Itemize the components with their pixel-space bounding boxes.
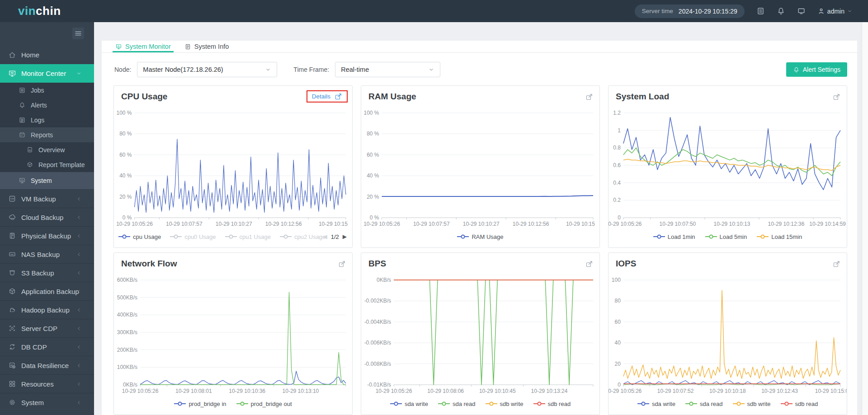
form-icon[interactable]: [756, 7, 765, 15]
svg-text:60 %: 60 %: [119, 152, 132, 158]
legend-prev-page-icon[interactable]: ◀: [323, 233, 327, 240]
expand-icon[interactable]: [585, 260, 593, 268]
legend-item-load-1min[interactable]: Load 1min: [653, 233, 695, 240]
sidebar-item-jobs[interactable]: Jobs: [0, 83, 94, 98]
svg-text:10-29 10:10:45: 10-29 10:10:45: [479, 388, 516, 394]
svg-text:100: 100: [612, 277, 621, 283]
sidebar-item-logs[interactable]: Logs: [0, 112, 94, 127]
sidebar-item-report-template[interactable]: Report Template: [0, 157, 94, 172]
legend-item-ram-usage[interactable]: RAM Usage: [457, 233, 503, 240]
sidebar-item-system[interactable]: System: [0, 172, 94, 189]
sidebar-item-s3-backup[interactable]: S3 Backup: [0, 263, 94, 282]
monitor-center-icon: [8, 70, 16, 78]
legend-label: sda write: [405, 401, 428, 407]
user-menu[interactable]: admin: [817, 7, 853, 15]
sidebar-item-overview[interactable]: Overview: [0, 142, 94, 157]
expand-icon[interactable]: [585, 93, 593, 101]
sidebar-item-physical-backup[interactable]: Physical Backup: [0, 226, 94, 245]
sidebar-item-data-resilience[interactable]: Data Resilience: [0, 356, 94, 374]
server-time: Server time 2024-10-29 10:15:29: [635, 5, 745, 18]
svg-text:100KB/s: 100KB/s: [117, 364, 137, 370]
legend-item-sda-read[interactable]: sda read: [438, 401, 476, 407]
sidebar-item-nas-backup[interactable]: NASNAS Backup: [0, 245, 94, 263]
tab-system-monitor[interactable]: System Monitor: [114, 41, 172, 52]
sidebar-collapse-button[interactable]: [72, 28, 84, 39]
display-icon[interactable]: [797, 7, 806, 15]
sidebar-item-vm-backup[interactable]: VMVM Backup: [0, 189, 94, 208]
legend-marker-icon: [457, 234, 469, 239]
sidebar-item-label: Logs: [31, 117, 44, 124]
legend-item-cpu1-usage[interactable]: cpu1 Usage: [225, 233, 271, 240]
svg-text:10-29 10:07:57: 10-29 10:07:57: [413, 221, 450, 227]
alert-settings-button[interactable]: Alert Settings: [786, 62, 847, 77]
sidebar-item-resources[interactable]: Resources: [0, 374, 94, 393]
legend-item-cpu0-usage[interactable]: cpu0 Usage: [170, 233, 216, 240]
chevron-left-icon: [76, 363, 82, 368]
template-icon: [26, 161, 34, 168]
chevron-left-icon: [76, 214, 82, 220]
legend-marker-icon: [653, 234, 665, 239]
chevron-left-icon: [76, 252, 82, 257]
legend-next-page-icon[interactable]: ▶: [343, 233, 347, 240]
svg-text:10-29 10:14:59: 10-29 10:14:59: [809, 221, 846, 227]
svg-text:0 %: 0 %: [370, 214, 379, 221]
chart-plot-netflow: 600KB/s500KB/s400KB/s300KB/s200KB/s100KB…: [114, 273, 352, 396]
svg-text:100 %: 100 %: [116, 110, 132, 116]
svg-text:10-29 10:15: 10-29 10:15: [566, 221, 595, 227]
sidebar-item-label: Alerts: [31, 102, 47, 109]
hadoop-backup-icon: [8, 306, 16, 314]
sidebar-item-hadoop-backup[interactable]: Hadoop Backup: [0, 300, 94, 319]
tabs-row: System Monitor System Info: [102, 41, 857, 53]
node-select[interactable]: Master Node(172.18.26.26): [137, 62, 277, 77]
legend-item-load-5min[interactable]: Load 5min: [705, 233, 747, 240]
sidebar-item-home[interactable]: Home: [0, 46, 94, 64]
legend-item-sda-read[interactable]: sda read: [685, 401, 723, 407]
server-time-value: 2024-10-29 10:15:29: [679, 8, 737, 15]
legend-marker-icon: [225, 234, 237, 239]
sidebar-item-cloud-backup[interactable]: Cloud Backup: [0, 208, 94, 226]
legend-item-cpu2-usage[interactable]: cpu2 Usage: [280, 233, 326, 240]
legend-item-sdb-write[interactable]: sdb write: [486, 401, 524, 407]
user-icon: [817, 7, 825, 15]
legend-label: RAM Usage: [472, 233, 503, 240]
sidebar-item-label: Physical Backup: [21, 232, 71, 240]
scrollbar-track[interactable]: [862, 22, 868, 415]
sidebar-item-monitor-center[interactable]: Monitor Center: [0, 64, 94, 83]
legend-item-sdb-write[interactable]: sdb write: [733, 401, 771, 407]
expand-icon[interactable]: [335, 93, 342, 100]
sidebar-item-label: Overview: [38, 146, 65, 154]
svg-text:-0.01KB/s: -0.01KB/s: [367, 382, 391, 388]
legend-item-prod-bridge-out[interactable]: prod_bridge out: [236, 401, 292, 407]
tab-system-info[interactable]: System Info: [184, 41, 230, 52]
expand-icon[interactable]: [833, 93, 840, 101]
legend-item-load-15min[interactable]: Load 15min: [757, 233, 802, 240]
svg-text:1: 1: [618, 127, 621, 134]
expand-icon[interactable]: [338, 260, 346, 268]
svg-text:10-29 10:05:26: 10-29 10:05:26: [376, 388, 412, 394]
expand-icon[interactable]: [833, 260, 840, 268]
sidebar-item-system[interactable]: System: [0, 393, 94, 411]
sidebar-item-application-backup[interactable]: Application Backup: [0, 282, 94, 300]
svg-text:10-29 10:08:06: 10-29 10:08:06: [427, 388, 464, 394]
legend-item-sdb-read[interactable]: sdb read: [781, 401, 818, 407]
details-link[interactable]: Details: [312, 93, 330, 100]
sidebar-item-server-cdp[interactable]: Server CDP: [0, 319, 94, 337]
legend-item-sda-write[interactable]: sda write: [637, 401, 675, 407]
sidebar-item-db-cdp[interactable]: DB CDP: [0, 337, 94, 356]
svg-text:200KB/s: 200KB/s: [117, 347, 137, 353]
svg-text:VM: VM: [10, 197, 14, 200]
legend-item-cpu-usage[interactable]: cpu Usage: [118, 233, 161, 240]
sidebar-item-alerts[interactable]: Alerts: [0, 98, 94, 112]
svg-text:10-29 10:05:26: 10-29 10:05:26: [363, 221, 400, 227]
topbar: vinchin Server time 2024-10-29 10:15:29 …: [0, 0, 868, 22]
legend-label: sdb read: [548, 401, 571, 407]
time-frame-select[interactable]: Real-time: [335, 62, 440, 77]
legend-item-sda-write[interactable]: sda write: [390, 401, 428, 407]
legend-marker-icon: [781, 401, 793, 406]
sidebar-item-reports[interactable]: Reports: [0, 127, 94, 142]
sidebar-item-label: Cloud Backup: [21, 214, 63, 221]
legend-item-prod-bridge-in[interactable]: prod_bridge in: [174, 401, 226, 407]
bell-icon[interactable]: [777, 7, 785, 15]
svg-text:0KB/s: 0KB/s: [377, 277, 391, 283]
legend-item-sdb-read[interactable]: sdb read: [533, 401, 571, 407]
